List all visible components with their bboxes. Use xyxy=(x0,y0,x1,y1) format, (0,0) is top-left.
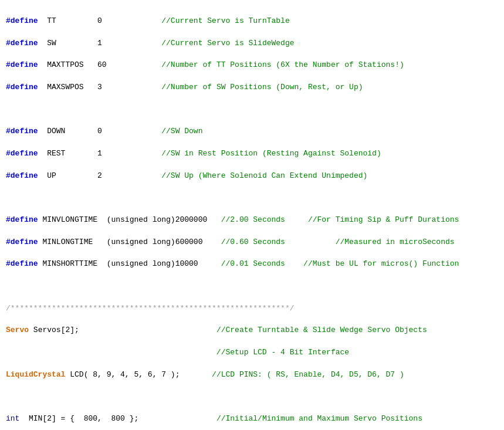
macro-minlong: MINLONGTIME (unsigned long)600000 xyxy=(42,238,202,246)
keyword-define: #define xyxy=(6,83,38,92)
line-8: #define MINVLONGTIME (unsigned long)2000… xyxy=(6,215,498,226)
comment-1: //Current Servo is TurnTable xyxy=(161,16,289,25)
comment-7: //SW Up (Where Solenoid Can Extend Unimp… xyxy=(161,171,367,180)
line-blank-4 xyxy=(6,392,498,403)
comment-13: //LCD PINS: ( RS, Enable, D4, D5, D6, D7… xyxy=(212,370,404,379)
comment-4: //Number of SW Positions (Down, Rest, or… xyxy=(161,83,363,92)
keyword-define: #define xyxy=(6,60,38,69)
keyword-define: #define xyxy=(6,127,38,136)
keyword-define: #define xyxy=(6,149,38,158)
macro-minvlong: MINVLONGTIME (unsigned long)2000000 xyxy=(42,215,207,224)
min-decl: MIN[2] = { 800, 800 }; xyxy=(29,414,138,423)
line-4: #define MAXSWPOS 3 //Number of SW Positi… xyxy=(6,82,498,93)
line-7: #define UP 2 //SW Up (Where Solenoid Can… xyxy=(6,171,498,182)
servo-decl: Servos[2]; xyxy=(33,326,79,334)
macro-sw: SW 1 xyxy=(47,39,102,48)
comment-11: //Create Turntable & Slide Wedge Servo O… xyxy=(217,326,427,334)
comment-2: //Current Servo is SlideWedge xyxy=(161,39,294,48)
keyword-define: #define xyxy=(6,39,38,48)
keyword-liquidcrystal: LiquidCrystal xyxy=(6,370,65,379)
line-2: #define SW 1 //Current Servo is SlideWed… xyxy=(6,38,498,49)
line-11: Servo Servos[2]; //Create Turntable & Sl… xyxy=(6,325,498,336)
comment-3: //Number of TT Positions (6X the Number … xyxy=(161,60,404,69)
line-3: #define MAXTTPOS 60 //Number of TT Posit… xyxy=(6,60,498,71)
comment-6: //SW in Rest Position (Resting Against S… xyxy=(161,149,381,158)
comment-10: //0.01 Seconds //Must be UL for micros()… xyxy=(221,259,459,268)
keyword-servo: Servo xyxy=(6,326,29,334)
code-editor: #define TT 0 //Current Servo is TurnTabl… xyxy=(6,5,498,430)
line-6: #define REST 1 //SW in Rest Position (Re… xyxy=(6,148,498,160)
comment-5: //SW Down xyxy=(161,127,202,136)
macro-maxttpos: MAXTTPOS 60 xyxy=(47,60,106,69)
line-12: //Setup LCD - 4 Bit Interface xyxy=(6,347,498,358)
comment-14: //Initial/Minimum and Maximum Servo Posi… xyxy=(217,414,422,423)
keyword-define: #define xyxy=(6,215,38,224)
macro-rest: REST 1 xyxy=(47,149,102,158)
comment-9: //0.60 Seconds //Measured in microSecond… xyxy=(221,238,455,246)
line-9: #define MINLONGTIME (unsigned long)60000… xyxy=(6,237,498,248)
comment-8: //2.00 Seconds //For Timing Sip & Puff D… xyxy=(221,215,459,224)
lcd-decl: LCD( 8, 9, 4, 5, 6, 7 ); xyxy=(70,370,180,379)
line-10: #define MINSHORTTIME (unsigned long)1000… xyxy=(6,259,498,270)
keyword-define: #define xyxy=(6,171,38,180)
line-sep: /***************************************… xyxy=(6,303,498,314)
line-blank-2 xyxy=(6,192,498,204)
keyword-int: int xyxy=(6,414,19,423)
macro-up: UP 2 xyxy=(47,171,102,180)
macro-maxswpos: MAXSWPOS 3 xyxy=(47,83,102,92)
macro-down: DOWN 0 xyxy=(47,127,102,136)
line-1: #define TT 0 //Current Servo is TurnTabl… xyxy=(6,16,498,27)
line-13: LiquidCrystal LCD( 8, 9, 4, 5, 6, 7 ); /… xyxy=(6,370,498,381)
line-blank-1 xyxy=(6,104,498,116)
line-14: int MIN[2] = { 800, 800 }; //Initial/Min… xyxy=(6,414,498,425)
keyword-define: #define xyxy=(6,16,38,25)
line-5: #define DOWN 0 //SW Down xyxy=(6,126,498,137)
line-blank-3 xyxy=(6,281,498,292)
comment-12: //Setup LCD - 4 Bit Interface xyxy=(217,348,349,357)
keyword-define: #define xyxy=(6,238,38,246)
macro-minshort: MINSHORTTIME (unsigned long)10000 xyxy=(42,259,198,268)
keyword-define: #define xyxy=(6,259,38,268)
macro-tt: TT 0 xyxy=(47,16,102,25)
